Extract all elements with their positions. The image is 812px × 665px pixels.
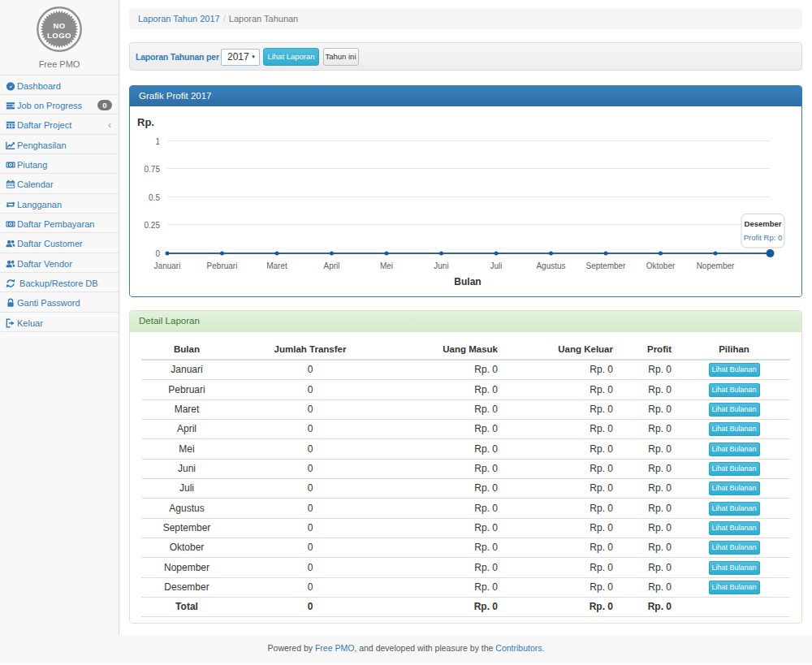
svg-text:Pebruari: Pebruari xyxy=(207,261,238,270)
svg-text:Oktober: Oktober xyxy=(646,261,676,270)
svg-text:Januari: Januari xyxy=(154,261,181,270)
svg-text:Bulan: Bulan xyxy=(454,276,481,287)
svg-text:Rp.: Rp. xyxy=(137,116,154,128)
svg-text:September: September xyxy=(586,261,627,270)
svg-text:LOGO: LOGO xyxy=(47,31,71,40)
svg-text:NO: NO xyxy=(53,21,65,30)
svg-text:Juni: Juni xyxy=(434,261,448,270)
svg-text:Desember: Desember xyxy=(745,219,782,228)
svg-text:0.75: 0.75 xyxy=(145,165,161,174)
svg-text:Profit Rp: 0: Profit Rp: 0 xyxy=(744,233,783,242)
svg-text:April: April xyxy=(323,261,339,270)
svg-text:0.25: 0.25 xyxy=(145,221,161,230)
svg-text:1: 1 xyxy=(155,137,160,146)
svg-text:Agustus: Agustus xyxy=(536,261,565,270)
svg-text:Juli: Juli xyxy=(490,261,502,270)
svg-text:Maret: Maret xyxy=(266,261,287,270)
svg-text:0: 0 xyxy=(155,249,160,258)
svg-text:Nopember: Nopember xyxy=(697,261,735,270)
svg-text:Mei: Mei xyxy=(380,261,393,270)
svg-text:0.5: 0.5 xyxy=(149,193,160,202)
